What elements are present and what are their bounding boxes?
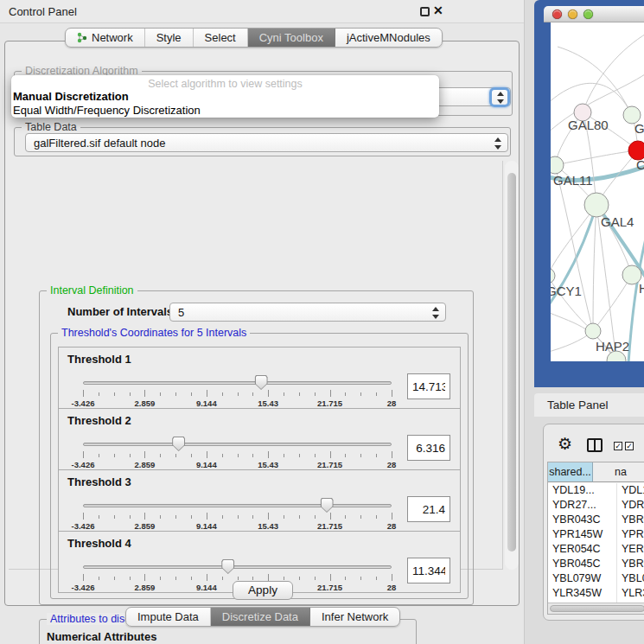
network-node-gal4[interactable]: [584, 193, 609, 217]
tab-network[interactable]: Network: [66, 29, 145, 47]
tab-label: Select: [205, 31, 236, 44]
node-label: GAL4: [601, 214, 634, 229]
network-edge[interactable]: [593, 205, 596, 331]
popup-option-equal-width-frequency-discretization[interactable]: Equal Width/Frequency Discretization: [11, 104, 439, 118]
threshold-value-field[interactable]: [407, 558, 450, 583]
algorithm-dropdown-popup: Select algorithm to view settings Manual…: [11, 75, 439, 118]
network-edge[interactable]: [583, 33, 644, 112]
cell-shared-name[interactable]: YDL19...: [548, 483, 617, 498]
table-row[interactable]: YBR043CYBR0: [548, 513, 644, 527]
network-edge[interactable]: [555, 150, 638, 165]
threshold-label: Threshold 4: [67, 537, 131, 550]
tab-style[interactable]: Style: [145, 29, 194, 47]
checkbox-icon[interactable]: ✓: [625, 442, 634, 450]
column-header-name[interactable]: na: [593, 462, 644, 482]
cell-name[interactable]: YBR0: [617, 557, 644, 571]
scrollbar-thumb[interactable]: [507, 173, 516, 552]
tab-label: Infer Network: [322, 610, 388, 623]
tab-impute-data[interactable]: Impute Data: [126, 608, 211, 626]
tab-jactivemnodules[interactable]: jActiveMNodules: [335, 29, 442, 47]
cell-name[interactable]: YDL1: [617, 483, 644, 498]
network-node-gal11[interactable]: [551, 156, 564, 174]
close-traffic-light-icon[interactable]: [552, 10, 562, 19]
cell-name[interactable]: YBL0: [617, 571, 644, 586]
slider-thumb[interactable]: [255, 375, 268, 390]
checkbox-icon[interactable]: ✓: [614, 442, 622, 450]
minimize-traffic-light-icon[interactable]: [568, 10, 577, 19]
slider-track[interactable]: [83, 565, 392, 569]
network-node-hap2[interactable]: [585, 323, 601, 339]
settings-scrollbar[interactable]: [505, 161, 519, 570]
apply-button[interactable]: Apply: [233, 581, 293, 600]
table-row[interactable]: YDR27...YDR2: [548, 498, 644, 513]
close-icon[interactable]: ✕: [433, 3, 443, 17]
table-data-combobox[interactable]: galFiltered.sif default node: [25, 133, 508, 152]
network-node-gcy1[interactable]: [551, 268, 555, 284]
threshold-value-field[interactable]: [407, 373, 450, 399]
group-title: Table Data: [22, 121, 80, 133]
slider-thumb[interactable]: [172, 437, 185, 451]
combo-stepper-icon[interactable]: [431, 306, 441, 320]
combo-stepper-icon[interactable]: [496, 91, 506, 105]
number-of-intervals-combobox[interactable]: 5: [169, 303, 446, 322]
table-data-group: Table Data galFiltered.sif default node: [14, 127, 511, 156]
table-horizontal-scrollbar[interactable]: [548, 603, 644, 614]
threshold-value-field[interactable]: [407, 496, 450, 522]
table-panel-title: Table Panel: [547, 399, 609, 411]
table-row[interactable]: YDL19...YDL1: [548, 483, 644, 498]
cell-shared-name[interactable]: YPR145W: [548, 527, 617, 542]
group-title: Interval Definition: [47, 284, 137, 296]
cell-name[interactable]: YER0: [617, 542, 644, 557]
scrollbar-thumb[interactable]: [550, 605, 644, 612]
cell-shared-name[interactable]: YDR27...: [548, 498, 617, 513]
zoom-traffic-light-icon[interactable]: [583, 10, 593, 19]
gear-icon[interactable]: ⚙: [558, 434, 572, 454]
tab-label: Cyni Toolbox: [259, 31, 323, 44]
network-edge[interactable]: [593, 275, 632, 331]
cell-shared-name[interactable]: YBL079W: [548, 571, 617, 586]
table-row[interactable]: YLR345WYLR3: [548, 586, 644, 601]
table-row[interactable]: YBR045CYBR0: [548, 557, 644, 571]
cell-shared-name[interactable]: YBR043C: [548, 513, 617, 527]
tab-discretize-data[interactable]: Discretize Data: [211, 608, 310, 626]
table-row[interactable]: YPR145WYPR1: [548, 527, 644, 542]
tab-cyni-toolbox[interactable]: Cyni Toolbox: [248, 29, 335, 47]
threshold-slider[interactable]: -3.4262.8599.14415.4321.71528: [83, 379, 392, 408]
cell-shared-name[interactable]: YLR345W: [548, 586, 617, 601]
threshold-value-field[interactable]: [407, 435, 450, 461]
network-edge[interactable]: [558, 47, 632, 115]
cell-shared-name[interactable]: YER054C: [548, 542, 617, 557]
tab-infer-network[interactable]: Infer Network: [310, 608, 399, 626]
tab-select[interactable]: Select: [194, 29, 248, 47]
slider-track[interactable]: [83, 381, 392, 385]
columns-icon[interactable]: [587, 438, 603, 452]
float-window-icon[interactable]: [420, 7, 430, 16]
slider-track[interactable]: [83, 443, 392, 446]
network-canvas[interactable]: GAL80GACGAL11GAL4GCY1HHAP2: [551, 22, 644, 361]
settings-scroll-viewport: Interval Definition Number of Intervals …: [9, 161, 503, 570]
combo-value: 5: [178, 306, 184, 319]
cell-name[interactable]: YLR3: [617, 586, 644, 601]
threshold-slider[interactable]: -3.4262.8599.14415.4321.71528: [83, 440, 392, 469]
table-row[interactable]: YBL079WYBL0: [548, 571, 644, 586]
table-row[interactable]: YER054CYER0: [548, 542, 644, 557]
column-header-shared-name[interactable]: shared...: [548, 462, 593, 482]
slider-track[interactable]: [83, 504, 392, 507]
slider-thumb[interactable]: [321, 498, 334, 513]
cell-name[interactable]: YPR1: [617, 527, 644, 542]
top-tab-bar: NetworkStyleSelectCyni ToolboxjActiveMNo…: [65, 28, 443, 48]
slider-thumb[interactable]: [221, 559, 234, 574]
cell-shared-name[interactable]: YBR045C: [548, 557, 617, 571]
panel-title: Control Panel: [9, 5, 77, 18]
network-edge[interactable]: [555, 165, 593, 331]
threshold-slider[interactable]: -3.4262.8599.14415.4321.71528: [83, 501, 392, 531]
node-label: C: [636, 157, 644, 172]
node-label: GAL80: [568, 118, 609, 132]
threshold-list: Threshold 1-3.4262.8599.14415.4321.71528…: [58, 347, 462, 593]
popup-option-manual-discretization[interactable]: Manual Discretization: [11, 90, 439, 104]
slider-ticks: [83, 574, 392, 581]
network-window-titlebar[interactable]: [544, 6, 644, 22]
combo-stepper-icon[interactable]: [494, 137, 503, 150]
cell-name[interactable]: YDR2: [617, 498, 644, 513]
cell-name[interactable]: YBR0: [617, 513, 644, 527]
